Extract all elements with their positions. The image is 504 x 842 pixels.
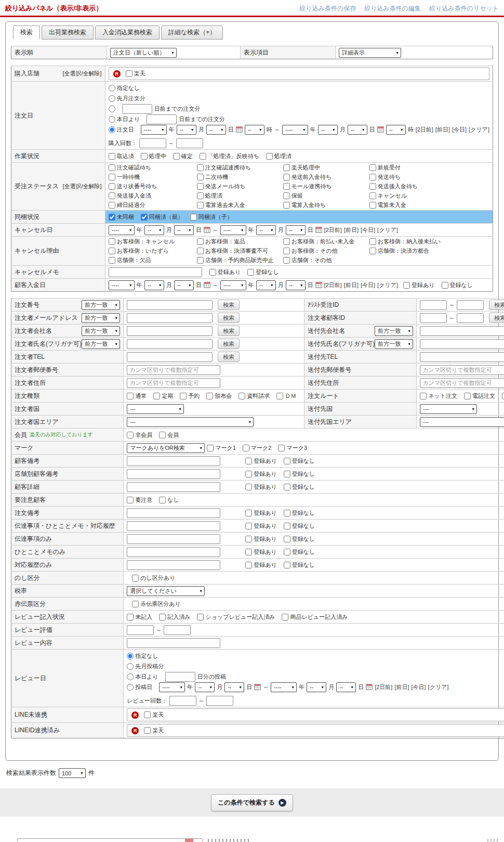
checkbox-option[interactable]: 楽天 xyxy=(126,70,145,77)
dropdown[interactable]: --▼ xyxy=(174,225,194,235)
checkbox-option[interactable]: 同梱済（子） xyxy=(190,213,233,221)
radio-option[interactable] xyxy=(109,106,115,112)
checkbox[interactable] xyxy=(283,248,290,254)
text-input[interactable] xyxy=(127,625,154,635)
dropdown[interactable]: --▼ xyxy=(177,125,196,135)
checkbox-option[interactable]: ネット注文 xyxy=(420,392,457,400)
checkbox-option[interactable]: 頒布会 xyxy=(206,392,232,400)
text-input[interactable] xyxy=(127,508,220,518)
checkbox[interactable] xyxy=(159,614,166,620)
checkbox-option[interactable]: 登録あり xyxy=(245,561,277,569)
match-type-select[interactable]: 前方一致▼ xyxy=(375,339,413,349)
text-input[interactable] xyxy=(420,378,504,388)
match-type-select[interactable]: 前方一致▼ xyxy=(82,313,120,323)
checkbox[interactable] xyxy=(369,248,376,254)
radio[interactable] xyxy=(109,126,115,133)
checkbox[interactable] xyxy=(144,711,151,718)
checkbox-option[interactable]: 処理済 xyxy=(197,192,283,200)
checkbox[interactable] xyxy=(369,238,376,245)
checkbox[interactable] xyxy=(126,70,132,77)
checkbox[interactable] xyxy=(284,549,290,555)
quick-date-link[interactable]: [今日] xyxy=(361,226,375,234)
sort-order-select[interactable]: 注文日（新しい順）▼ xyxy=(110,48,177,58)
search-button[interactable]: 検索 xyxy=(489,313,504,323)
quick-date-link[interactable]: [今日] xyxy=(411,683,426,691)
checkbox-option[interactable]: 未記入 xyxy=(127,613,152,621)
checkbox[interactable] xyxy=(132,575,139,581)
dropdown[interactable]: --▼ xyxy=(245,125,264,135)
checkbox-option[interactable]: 会員 xyxy=(159,431,179,439)
checkbox[interactable] xyxy=(283,202,290,209)
dropdown[interactable]: ----▼ xyxy=(220,225,246,235)
checkbox[interactable] xyxy=(283,257,290,264)
calendar-icon[interactable] xyxy=(204,227,210,233)
text-input[interactable] xyxy=(127,313,213,323)
dropdown[interactable]: --▼ xyxy=(286,225,306,235)
dropdown[interactable]: ----▼ xyxy=(159,682,185,692)
text-input[interactable] xyxy=(457,313,484,323)
match-type-select[interactable]: 前方一致▼ xyxy=(375,326,413,336)
dropdown[interactable]: --▼ xyxy=(224,682,244,692)
checkbox[interactable] xyxy=(247,269,254,276)
checkbox[interactable] xyxy=(245,510,252,516)
quick-date-link[interactable]: [2日前] xyxy=(324,281,342,289)
dropdown[interactable]: --▼ xyxy=(307,682,326,692)
quick-date-link[interactable]: [クリア] xyxy=(377,226,398,234)
checkbox[interactable] xyxy=(284,484,290,490)
country-select[interactable]: ---▼ xyxy=(420,404,477,414)
checkbox-option[interactable]: 電算過去未入金 xyxy=(197,201,283,209)
checkbox[interactable] xyxy=(245,549,252,555)
text-input[interactable] xyxy=(206,696,233,706)
checkbox[interactable] xyxy=(109,153,115,160)
radio[interactable] xyxy=(109,95,115,102)
checkbox-option[interactable]: 店舗側：決済方都合 xyxy=(369,247,489,255)
radio[interactable] xyxy=(109,85,115,92)
checkbox[interactable] xyxy=(109,174,115,180)
checkbox-option[interactable]: 新規受付 xyxy=(369,164,489,172)
checkbox[interactable] xyxy=(283,183,290,190)
checkbox[interactable] xyxy=(206,393,213,399)
checkbox-option[interactable]: 登録あり xyxy=(245,509,277,517)
checkbox-option[interactable]: 電算入金待ち xyxy=(283,201,369,209)
quick-date-link[interactable]: [2日前] xyxy=(375,683,392,691)
calendar-icon[interactable] xyxy=(315,282,322,288)
checkbox-option[interactable]: 登録あり xyxy=(245,522,277,530)
checkbox-option[interactable]: 登録あり xyxy=(245,483,277,491)
text-input[interactable] xyxy=(169,696,196,706)
checkbox[interactable] xyxy=(282,614,288,620)
checkbox-option[interactable]: 送り状番号待ち xyxy=(109,183,197,190)
dropdown[interactable]: --▼ xyxy=(174,280,194,290)
quick-date-link[interactable]: [今日] xyxy=(361,281,375,289)
checkbox[interactable] xyxy=(502,393,504,399)
checkbox-option[interactable]: お客様側：その他 xyxy=(283,247,369,255)
checkbox-option[interactable]: お客様側：いたずら xyxy=(109,247,197,255)
quick-date-link[interactable]: [前日] xyxy=(394,683,409,691)
checkbox-option[interactable]: 登録あり xyxy=(245,470,277,478)
match-type-select[interactable]: 前方一致▼ xyxy=(82,326,120,336)
calendar-icon[interactable] xyxy=(254,684,261,690)
radio-option[interactable]: 本日より xyxy=(127,673,158,681)
checkbox[interactable] xyxy=(369,164,376,171)
text-input[interactable] xyxy=(164,625,191,635)
text-input[interactable] xyxy=(127,534,220,544)
checkbox-option[interactable]: 一時待機 xyxy=(109,173,197,181)
checkbox-option[interactable]: 取込済 xyxy=(109,152,134,160)
dropdown[interactable]: --▼ xyxy=(318,125,338,135)
radio-option[interactable]: 注文日 xyxy=(109,126,134,134)
checkbox-option[interactable]: 資料請求 xyxy=(238,392,270,400)
checkbox-option[interactable]: 発送前入金待ち xyxy=(283,173,369,181)
text-input[interactable] xyxy=(420,365,504,375)
checkbox-option[interactable]: お客様側：前払い未入金 xyxy=(283,238,369,245)
checkbox-option[interactable]: 保留 xyxy=(283,192,369,200)
checkbox[interactable] xyxy=(284,523,290,529)
tab-search[interactable]: 検索 xyxy=(13,25,40,40)
checkbox[interactable] xyxy=(127,614,134,620)
checkbox[interactable] xyxy=(197,257,204,264)
dropdown[interactable]: --▼ xyxy=(386,125,406,135)
checkbox-option[interactable]: 登録あり xyxy=(245,548,277,556)
checkbox-option[interactable]: ＦＡＸ注文 xyxy=(502,392,504,400)
checkbox[interactable] xyxy=(369,174,376,180)
select-all-toggle[interactable]: [全選択/全解除] xyxy=(62,70,101,77)
checkbox-option[interactable]: 処理中 xyxy=(141,152,166,160)
checkbox-option[interactable]: モール連携待ち xyxy=(283,183,369,190)
